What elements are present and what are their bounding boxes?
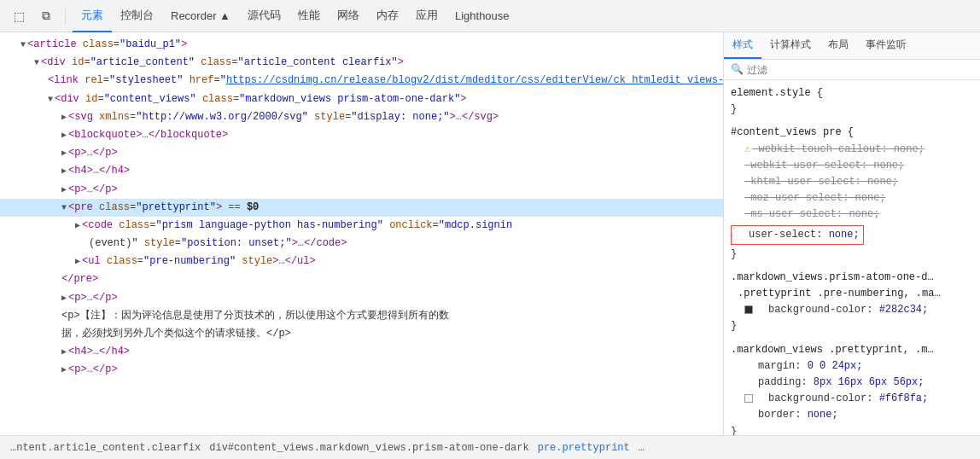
toolbar-divider: [65, 8, 66, 25]
toolbar-tabs: 元素控制台Recorder ▲源代码性能网络内存应用Lighthouse: [73, 0, 518, 32]
dom-line[interactable]: <p>【注】：因为评论信息是使用了分页技术的，所以使用这个方式要想得到所有的数: [0, 307, 723, 325]
tab-performance[interactable]: 性能: [289, 0, 329, 32]
dom-line[interactable]: ▶<h4>…</h4>: [0, 162, 723, 180]
warning-icon: ⚠: [744, 143, 750, 155]
toolbar: ⬚ ⧉ 元素控制台Recorder ▲源代码性能网络内存应用Lighthouse: [0, 0, 980, 32]
style-property[interactable]: user-select: none;: [731, 225, 973, 245]
style-property[interactable]: background-color: #282c34;: [744, 302, 973, 318]
dom-line[interactable]: ▶<p>…</p>: [0, 289, 723, 307]
tab-network[interactable]: 网络: [329, 0, 368, 32]
main-layout: ▼<article class="baidu_p1">▼<div id="art…: [0, 32, 980, 435]
style-rule: element.style {}: [724, 84, 980, 119]
breadcrumb-item[interactable]: …ntent.article_content.clearfix: [7, 440, 204, 456]
styles-panel: 样式计算样式布局事件监听 🔍 element.style {}#content_…: [724, 32, 980, 435]
dom-panel: ▼<article class="baidu_p1">▼<div id="art…: [0, 32, 724, 435]
dom-line[interactable]: ▶<p>…</p>: [0, 144, 723, 162]
dom-line[interactable]: ▶<ul class="pre-numbering" style>…</ul>: [0, 253, 723, 270]
dom-line[interactable]: ▶<blockquote>…</blockquote>: [0, 126, 723, 144]
tab-console[interactable]: 控制台: [112, 0, 162, 32]
breadcrumb-item[interactable]: …: [635, 440, 648, 456]
style-property[interactable]: -khtml-user-select: none;: [744, 174, 973, 190]
style-property[interactable]: ⚠-webkit-touch-callout: none;: [744, 142, 973, 158]
styles-content: element.style {}#content_views pre {⚠-we…: [724, 80, 980, 435]
breadcrumb-item[interactable]: div#content_views.markdown_views.prism-a…: [206, 440, 532, 456]
tab-application[interactable]: 应用: [407, 0, 446, 32]
dom-line[interactable]: ▼<div id="article_content" class="articl…: [0, 54, 723, 72]
dom-line[interactable]: ▼<div id="content_views" class="markdown…: [0, 90, 723, 108]
dom-line[interactable]: ▼<article class="baidu_p1">: [0, 36, 723, 54]
dom-content: ▼<article class="baidu_p1">▼<div id="art…: [0, 32, 723, 435]
styles-tab-event[interactable]: 事件监听: [857, 34, 915, 59]
filter-icon: 🔍: [731, 63, 744, 76]
dom-line[interactable]: </pre>: [0, 270, 723, 288]
inspect-icon[interactable]: ⬚: [7, 4, 31, 28]
filter-input[interactable]: [747, 64, 973, 76]
style-rule: #content_views pre {⚠-webkit-touch-callo…: [724, 123, 980, 264]
breadcrumb-item[interactable]: pre.prettyprint: [534, 440, 633, 456]
style-property[interactable]: padding: 8px 16px 6px 56px;: [744, 375, 973, 391]
styles-tabs: 样式计算样式布局事件监听: [724, 32, 980, 60]
tab-memory[interactable]: 内存: [368, 0, 407, 32]
style-property[interactable]: -ms-user-select: none;: [744, 206, 973, 223]
style-rule: .markdown_views .prettyprint, .m…margin:…: [724, 340, 980, 435]
dom-line[interactable]: (event)" style="position: unset;">…</cod…: [0, 235, 723, 253]
dom-line[interactable]: ▶<code class="prism language-python has-…: [0, 217, 723, 235]
styles-tab-layout[interactable]: 布局: [820, 34, 857, 59]
dom-line[interactable]: ▶<p>…</p>: [0, 181, 723, 199]
style-property[interactable]: border: none;: [744, 407, 973, 423]
style-property[interactable]: -moz-user-select: none;: [744, 190, 973, 206]
color-swatch: [744, 305, 753, 314]
breadcrumb-bar: …ntent.article_content.clearfix div#cont…: [0, 435, 980, 459]
style-property[interactable]: -webkit-user-select: none;: [744, 158, 973, 174]
styles-tab-computed[interactable]: 计算样式: [761, 34, 820, 59]
dom-line[interactable]: ▶<h4>…</h4>: [0, 343, 723, 361]
styles-tab-styles[interactable]: 样式: [724, 34, 761, 59]
tab-lighthouse[interactable]: Lighthouse: [446, 0, 518, 32]
style-rule: .markdown_views.prism-atom-one-d….pretty…: [724, 268, 980, 337]
dom-line[interactable]: 据，必须找到另外几个类似这个的请求链接。</p>: [0, 325, 723, 343]
dom-line[interactable]: ▶<p>…</p>: [0, 361, 723, 379]
device-icon[interactable]: ⧉: [34, 4, 58, 28]
dom-line[interactable]: ▼<pre class="prettyprint"> == $0: [0, 199, 723, 217]
color-swatch: [744, 394, 753, 403]
filter-bar: 🔍: [724, 60, 980, 80]
dom-line[interactable]: ▶<svg xmlns="http://www.w3.org/2000/svg"…: [0, 108, 723, 126]
dom-line[interactable]: <link rel="stylesheet" href="https://csd…: [0, 72, 723, 90]
tab-sources[interactable]: 源代码: [239, 0, 289, 32]
style-property[interactable]: background-color: #f6f8fa;: [744, 391, 973, 407]
tab-elements[interactable]: 元素: [73, 0, 112, 32]
tab-recorder[interactable]: Recorder ▲: [162, 0, 239, 32]
style-property[interactable]: margin: 0 0 24px;: [744, 358, 973, 375]
